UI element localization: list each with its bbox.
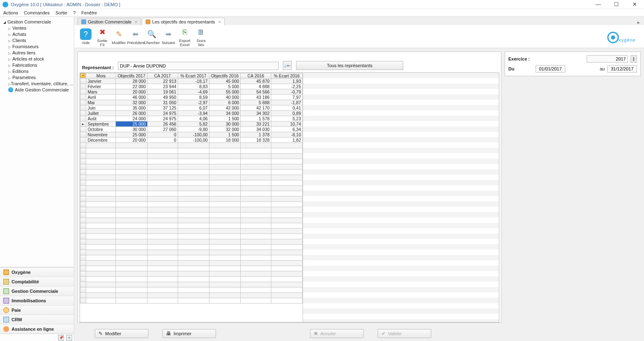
row-indicator[interactable] xyxy=(80,132,86,138)
date-from[interactable] xyxy=(536,65,565,72)
menu-fenetre[interactable]: Fenêtre xyxy=(81,10,97,15)
cell-obj2017[interactable]: 25 000 xyxy=(116,132,147,138)
menu-actions[interactable]: Actions xyxy=(3,10,18,15)
cell-obj2017[interactable]: 25 000 xyxy=(116,121,147,127)
tab-objectifs-representants[interactable]: Les objectifs des représentants× xyxy=(142,18,225,25)
cell-ca2016[interactable]: 43 186 xyxy=(240,95,271,100)
navgroup-assistance[interactable]: Assistance en ligne xyxy=(0,324,74,334)
collapse-button[interactable]: « xyxy=(66,335,72,341)
table-row[interactable]: Mars20 00019 061-4,6955 00054 566-0,79 xyxy=(80,89,303,95)
cell-ca2017[interactable]: 31 050 xyxy=(147,100,178,105)
cell-ecart2016[interactable]: 1,82 xyxy=(271,138,302,143)
cell-ca2016[interactable]: 4 888 xyxy=(240,84,271,89)
table-row[interactable]: Juin35 00037 1256,0742 00042 1700,41 xyxy=(80,105,303,111)
table-row[interactable] xyxy=(80,282,303,287)
row-indicator[interactable] xyxy=(80,84,86,89)
cell-ca2016[interactable]: 1 378 xyxy=(240,132,271,138)
cell-obj2017[interactable]: 46 000 xyxy=(116,95,147,100)
cell-mois[interactable]: Septembre xyxy=(86,121,116,127)
tree-fabrications[interactable]: Fabrications xyxy=(1,62,73,68)
cell-ca2017[interactable]: 0 xyxy=(147,138,178,143)
all-representants-button[interactable]: Tous les représentants xyxy=(296,61,403,70)
cell-ca2016[interactable]: 18 328 xyxy=(240,138,271,143)
table-row[interactable] xyxy=(80,266,303,271)
tb-aide[interactable]: ?Aide xyxy=(78,28,94,45)
table-row[interactable]: Avril46 00049 9508,5940 00043 1867,97 xyxy=(80,95,303,100)
cell-ecart2017[interactable]: 4,06 xyxy=(178,116,209,121)
row-indicator[interactable] xyxy=(80,111,86,116)
navgroup-comptabilite[interactable]: Comptabilité xyxy=(0,277,74,286)
cell-obj2017[interactable]: 30 000 xyxy=(116,127,147,132)
col-header[interactable]: Objectifs 2017 xyxy=(116,73,147,79)
cell-ca2016[interactable]: 54 566 xyxy=(240,89,271,95)
table-row[interactable] xyxy=(80,207,303,213)
row-indicator[interactable] xyxy=(80,105,86,111)
cell-ecart2017[interactable]: 5,82 xyxy=(178,121,209,127)
cell-ca2017[interactable]: 24 975 xyxy=(147,116,178,121)
cell-mois[interactable]: Mai xyxy=(86,100,116,105)
cell-ecart2016[interactable]: 0,89 xyxy=(271,111,302,116)
table-row[interactable] xyxy=(80,234,303,239)
cell-mois[interactable]: Décembre xyxy=(86,138,116,143)
table-row[interactable] xyxy=(80,229,303,234)
cell-obj2016[interactable]: 32 000 xyxy=(209,127,240,132)
cell-ca2017[interactable]: 19 061 xyxy=(147,89,178,95)
cell-ecart2016[interactable]: 0,41 xyxy=(271,105,302,111)
table-row[interactable]: Novembre25 0000-100,001 5001 378-8,10 xyxy=(80,132,303,138)
table-row[interactable] xyxy=(80,239,303,245)
row-indicator[interactable] xyxy=(80,100,86,105)
cell-ecart2017[interactable]: -4,69 xyxy=(178,89,209,95)
row-indicator[interactable] xyxy=(80,116,86,121)
table-row[interactable] xyxy=(80,143,303,148)
table-row[interactable] xyxy=(80,293,303,298)
cell-ecart2016[interactable]: 7,97 xyxy=(271,95,302,100)
table-row[interactable] xyxy=(80,202,303,207)
cell-obj2017[interactable]: 35 000 xyxy=(116,105,147,111)
row-indicator[interactable] xyxy=(80,127,86,132)
cell-mois[interactable]: Juillet xyxy=(86,111,116,116)
representant-input[interactable] xyxy=(118,62,279,70)
cell-obj2016[interactable]: 34 000 xyxy=(209,111,240,116)
cell-mois[interactable]: Mars xyxy=(86,89,116,95)
navgroup-oxygene[interactable]: Oxygène xyxy=(0,267,74,277)
grid-select-all[interactable]: + xyxy=(80,73,85,78)
col-header[interactable]: % Ecart 2017 xyxy=(178,73,209,79)
table-row[interactable]: Août24 00024 9754,061 5001 5785,23 xyxy=(80,116,303,121)
cell-ca2017[interactable]: 26 456 xyxy=(147,121,178,127)
table-row[interactable] xyxy=(80,250,303,255)
table-row[interactable]: Décembre20 0000-100,0018 00018 3281,82 xyxy=(80,138,303,143)
cell-obj2017[interactable]: 26 000 xyxy=(116,111,147,116)
cell-ca2017[interactable]: 24 975 xyxy=(147,111,178,116)
table-row[interactable] xyxy=(80,277,303,282)
table-row[interactable]: Juillet26 00024 975-3,9434 00034 3020,89 xyxy=(80,111,303,116)
maximize-button[interactable]: ☐ xyxy=(611,1,622,7)
cell-obj2017[interactable]: 20 000 xyxy=(116,89,147,95)
table-row[interactable] xyxy=(80,261,303,266)
cell-ca2016[interactable]: 33 221 xyxy=(240,121,271,127)
tree-aide-gc[interactable]: ?Aide Gestion Commerciale xyxy=(1,86,73,93)
cell-obj2016[interactable]: 55 000 xyxy=(209,89,240,95)
navgroup-paie[interactable]: Paie xyxy=(0,305,74,315)
lookup-button[interactable]: ⌕⇤ xyxy=(283,61,292,70)
year-spinner[interactable]: ▲▼ xyxy=(630,55,637,63)
cell-ecart2016[interactable]: 1,93 xyxy=(271,79,302,84)
table-row[interactable] xyxy=(80,223,303,229)
tb-export-excel[interactable]: ⎘Export Excel xyxy=(176,26,193,47)
table-row[interactable] xyxy=(80,180,303,186)
tb-chercher[interactable]: 🔍Chercher xyxy=(143,28,160,45)
table-row[interactable] xyxy=(80,245,303,250)
data-grid[interactable]: + MoisObjectifs 2017CA 2017% Ecart 2017O… xyxy=(80,72,499,322)
table-row[interactable] xyxy=(80,271,303,277)
cell-ecart2017[interactable]: -9,80 xyxy=(178,127,209,132)
table-row[interactable] xyxy=(80,191,303,196)
cell-ca2017[interactable]: 49 950 xyxy=(147,95,178,100)
tab-gestion-commerciale[interactable]: Gestion Commerciale× xyxy=(78,18,141,25)
table-row[interactable]: Octobre30 00027 060-9,8032 00034 0306,34 xyxy=(80,127,303,132)
cell-obj2017[interactable]: 20 000 xyxy=(116,138,147,143)
cell-obj2016[interactable]: 42 000 xyxy=(209,105,240,111)
tb-precedent[interactable]: ⬅Précédent xyxy=(127,28,143,45)
row-indicator[interactable] xyxy=(80,95,86,100)
menu-sortie[interactable]: Sortie xyxy=(55,10,67,15)
row-indicator[interactable]: ▸ xyxy=(80,121,86,127)
navgroup-immobilisations[interactable]: Immobilisations xyxy=(0,296,74,305)
